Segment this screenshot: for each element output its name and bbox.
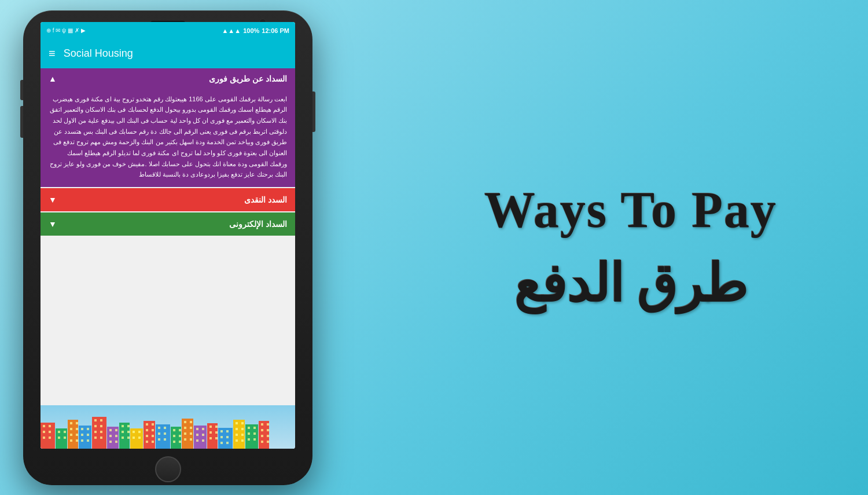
accordion-cash-header[interactable]: السدد النقدى ▼: [41, 188, 295, 211]
building: [156, 424, 170, 449]
building: [144, 421, 155, 449]
accordion-cash[interactable]: السدد النقدى ▼: [41, 188, 295, 211]
phone-body: ⊕ f ✉ ψ ▦ ✗ ▶ ▲▲▲ 100% 12:06 PM ≡ Social…: [23, 10, 312, 485]
signal-icon: ▲▲▲: [222, 27, 241, 34]
accordion-fawry[interactable]: السداد عن طريق فورى ▲ ابعت رسالة برقمك ا…: [41, 68, 295, 188]
accordion-cash-label: السدد النقدى: [244, 195, 287, 204]
accordion-electronic-label: السداد الإلكترونى: [229, 219, 287, 229]
right-panel: Ways To Pay طرق الدفع: [428, 182, 833, 313]
status-bar: ⊕ f ✉ ψ ▦ ✗ ▶ ▲▲▲ 100% 12:06 PM: [41, 22, 295, 39]
screen-content: السداد عن طريق فورى ▲ ابعت رسالة برقمك ا…: [41, 68, 295, 449]
building: [245, 424, 258, 449]
building: [92, 417, 106, 449]
accordion-fawry-header[interactable]: السداد عن طريق فورى ▲: [41, 68, 295, 89]
accordion-fawry-content: ابعت رسالة برقمك القومى على 1166 هيبعتول…: [49, 94, 287, 181]
building: [130, 428, 143, 449]
clock: 12:06 PM: [262, 27, 289, 34]
menu-icon[interactable]: ≡: [49, 47, 56, 60]
building: [171, 427, 181, 449]
battery-icon: 100%: [243, 27, 259, 34]
building: [68, 420, 78, 449]
accordion-fawry-arrow: ▲: [49, 74, 57, 83]
building: [233, 420, 245, 449]
phone-top-bezel: [23, 10, 312, 22]
accordion-electronic[interactable]: السداد الإلكترونى ▼: [41, 212, 295, 236]
app-title: Social Housing: [64, 47, 133, 60]
building: [56, 428, 67, 449]
building: [194, 426, 207, 449]
status-icons-left: ⊕ f ✉ ψ ▦ ✗ ▶: [46, 27, 86, 34]
accordion-electronic-arrow: ▼: [49, 219, 57, 229]
phone-screen: ⊕ f ✉ ψ ▦ ✗ ▶ ▲▲▲ 100% 12:06 PM ≡ Social…: [41, 22, 295, 449]
accordion-fawry-label: السداد عن طريق فورى: [209, 74, 287, 83]
status-icons-right: ▲▲▲ 100% 12:06 PM: [222, 27, 289, 34]
accordion-fawry-body: ابعت رسالة برقمك القومى على 1166 هيبعتول…: [41, 89, 295, 188]
building: [41, 423, 55, 449]
home-button[interactable]: [155, 456, 181, 482]
building: [107, 427, 119, 449]
phone-mockup: ⊕ f ✉ ψ ▦ ✗ ▶ ▲▲▲ 100% 12:06 PM ≡ Social…: [23, 10, 324, 485]
building: [119, 423, 130, 449]
volume-up-button: [20, 106, 23, 138]
building: [207, 423, 218, 449]
city-buildings: [41, 408, 295, 449]
title-arabic: طرق الدفع: [428, 255, 833, 313]
notification-icons: ⊕ f ✉ ψ ▦ ✗ ▶: [46, 27, 86, 34]
volume-down-button: [20, 80, 23, 100]
accordion-cash-arrow: ▼: [49, 195, 57, 204]
app-toolbar: ≡ Social Housing: [41, 39, 295, 68]
city-illustration: [41, 405, 295, 449]
building: [218, 428, 233, 449]
power-button: [312, 91, 315, 132]
accordion-electronic-header[interactable]: السداد الإلكترونى ▼: [41, 212, 295, 236]
building: [79, 426, 91, 449]
building: [182, 419, 193, 449]
phone-bottom-bezel: [23, 453, 312, 485]
building: [259, 421, 269, 449]
title-english: Ways To Pay: [428, 182, 833, 239]
